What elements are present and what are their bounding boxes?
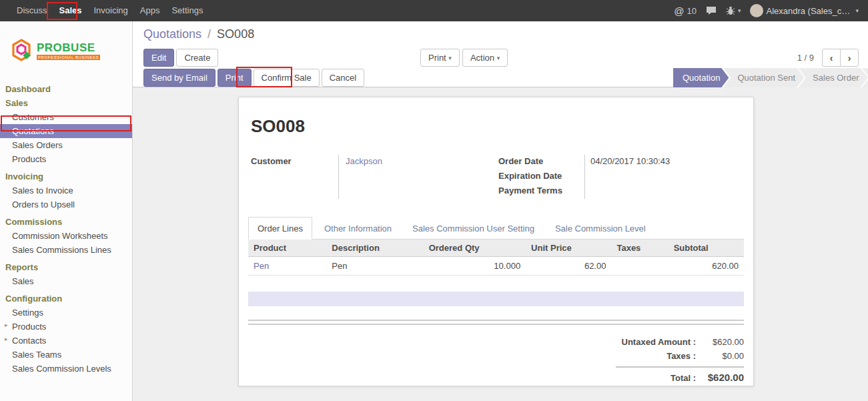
create-button[interactable]: Create <box>176 49 218 67</box>
taxes-value: $0.00 <box>696 351 744 361</box>
tab-sales-commission-user-setting[interactable]: Sales Commission User Setting <box>404 218 543 239</box>
tab-sale-commission-level[interactable]: Sale Commission Level <box>546 218 655 239</box>
debug-menu-button[interactable]: ▾ <box>726 6 741 15</box>
customer-label: Customer <box>248 155 338 169</box>
section-separator <box>248 320 744 325</box>
sidebar-item-customers[interactable]: Customers <box>0 110 132 124</box>
total-value: $620.00 <box>696 372 744 383</box>
sidebar-item-contacts[interactable]: ▸ Contacts <box>0 334 132 348</box>
caret-down-icon: ▾ <box>448 55 452 61</box>
sidebar-item-sales-teams[interactable]: Sales Teams <box>0 348 132 362</box>
sidebar-item-products[interactable]: Products <box>0 152 132 166</box>
sidebar-item-sales-commission-levels[interactable]: Sales Commission Levels <box>0 362 132 376</box>
sidebar-item-quotations[interactable]: Quotations <box>0 124 132 138</box>
sidebar-item-products-config[interactable]: ▸ Products <box>0 320 132 334</box>
untaxed-amount-value: $620.00 <box>696 337 744 347</box>
total-separator <box>616 366 744 368</box>
payment-terms-label: Payment Terms <box>496 184 584 199</box>
order-line-unit-price: 62.00 <box>526 257 611 276</box>
sidebar-heading-commissions[interactable]: Commissions <box>0 215 132 229</box>
logo-title: PROBUSE <box>37 42 100 53</box>
payment-terms-value <box>590 184 670 199</box>
action-menu-button[interactable]: Action ▾ <box>462 49 508 67</box>
column-header-product: Product <box>248 240 326 257</box>
sidebar-item-sales-orders[interactable]: Sales Orders <box>0 138 132 152</box>
tab-other-information[interactable]: Other Information <box>316 218 400 239</box>
breadcrumb-current: SO008 <box>217 27 254 41</box>
print-button[interactable]: Print <box>218 69 252 87</box>
document-sheet: SO008 Customer Jackpson Order Date E <box>238 97 754 386</box>
sidebar-item-settings[interactable]: Settings <box>0 306 132 320</box>
action-menu-label: Action <box>470 53 494 63</box>
topbar-menu-settings[interactable]: Settings <box>165 0 209 21</box>
app-window: Discuss Sales Invoicing Apps Settings @ … <box>0 0 868 401</box>
notebook-tabs: Order Lines Other Information Sales Comm… <box>248 217 744 240</box>
sidebar-heading-reports[interactable]: Reports <box>0 260 132 274</box>
sidebar-heading-dashboard[interactable]: Dashboard <box>0 82 132 96</box>
sidebar: PROBUSE PROFESSIONAL BUSINESS Dashboard … <box>0 21 133 401</box>
order-line-row[interactable]: Pen Pen 10.000 62.00 620.00 <box>248 257 744 276</box>
pager-previous-button[interactable]: ‹ <box>822 49 841 67</box>
chevron-right-icon: ▸ <box>5 322 8 328</box>
column-header-unit-price: Unit Price <box>526 240 611 257</box>
statusbar-stage-quotation-sent[interactable]: Quotation Sent <box>723 68 804 87</box>
breadcrumb-parent-link[interactable]: Quotations <box>143 27 201 41</box>
pager-counter: 1 / 9 <box>797 53 814 63</box>
caret-down-icon: ▾ <box>497 55 500 61</box>
column-header-description: Description <box>326 240 423 257</box>
order-lines-note-row <box>248 292 744 306</box>
top-navbar: Discuss Sales Invoicing Apps Settings @ … <box>0 0 868 21</box>
column-header-taxes: Taxes <box>611 240 668 257</box>
expiration-date-label: Expiration Date <box>496 169 584 184</box>
topbar-menu-apps[interactable]: Apps <box>134 0 166 21</box>
order-line-taxes <box>611 257 668 276</box>
sidebar-heading-sales[interactable]: Sales <box>0 96 132 110</box>
print-menu-button[interactable]: Print ▾ <box>420 49 460 67</box>
order-line-subtotal: 620.00 <box>669 257 744 276</box>
user-menu[interactable]: Alexandra (Sales_comm.. ▾ <box>750 4 859 17</box>
sidebar-item-label: Contacts <box>12 336 46 346</box>
customer-value-link[interactable]: Jackpson <box>346 155 382 169</box>
order-line-product: Pen <box>248 257 326 276</box>
total-label: Total : <box>671 373 696 383</box>
confirm-sale-button[interactable]: Confirm Sale <box>254 69 320 87</box>
chevron-right-icon: › <box>848 53 851 63</box>
sidebar-item-label: Products <box>12 322 46 332</box>
chevron-left-icon: ‹ <box>830 53 833 63</box>
topbar-menu-discuss[interactable]: Discuss <box>11 0 53 21</box>
statusbar-stage-quotation[interactable]: Quotation <box>673 68 729 87</box>
breadcrumb: Quotations / SO008 <box>133 21 868 43</box>
sidebar-heading-configuration[interactable]: Configuration <box>0 292 132 306</box>
form-view-background: SO008 Customer Jackpson Order Date E <box>133 87 868 401</box>
field-group: Customer Jackpson Order Date Expiration … <box>248 155 744 199</box>
document-title: SO008 <box>251 116 744 137</box>
send-by-email-button[interactable]: Send by Email <box>143 69 215 87</box>
untaxed-amount-label: Untaxed Amount : <box>622 337 696 347</box>
tab-order-lines[interactable]: Order Lines <box>248 217 312 240</box>
chevron-right-icon: ▸ <box>5 336 8 342</box>
sidebar-item-sales-commissions-lines[interactable]: Sales Commissions Lines <box>0 243 132 257</box>
pager-next-button[interactable]: › <box>840 49 859 67</box>
topbar-menu-invoicing[interactable]: Invoicing <box>88 0 134 21</box>
column-header-subtotal: Subtotal <box>669 240 744 257</box>
sidebar-item-commission-worksheets[interactable]: Commission Worksheets <box>0 229 132 243</box>
activities-button[interactable]: @ 10 <box>674 5 697 17</box>
statusbar: Quotation Quotation Sent Sales Order <box>673 68 868 87</box>
sidebar-item-orders-to-upsell[interactable]: Orders to Upsell <box>0 197 132 212</box>
control-panel: Quotations / SO008 Edit Create Print ▾ A… <box>133 21 868 87</box>
sidebar-item-sales-report[interactable]: Sales <box>0 274 132 288</box>
sidebar-heading-invoicing[interactable]: Invoicing <box>0 169 132 183</box>
main-area: Quotations / SO008 Edit Create Print ▾ A… <box>133 21 868 401</box>
messages-button[interactable] <box>706 6 717 15</box>
topbar-menu-sales[interactable]: Sales <box>53 0 88 21</box>
cancel-button[interactable]: Cancel <box>322 69 364 87</box>
caret-down-icon: ▾ <box>855 7 859 14</box>
edit-button[interactable]: Edit <box>143 49 174 67</box>
expiration-date-value <box>590 169 670 184</box>
sidebar-item-sales-to-invoice[interactable]: Sales to Invoice <box>0 183 132 197</box>
probuse-logo-icon <box>11 38 32 63</box>
activity-count-badge: 10 <box>687 6 696 16</box>
statusbar-stage-sales-order[interactable]: Sales Order <box>799 68 867 87</box>
table-header-row: Product Description Ordered Qty Unit Pri… <box>248 240 744 257</box>
app-logo[interactable]: PROBUSE PROFESSIONAL BUSINESS <box>0 21 132 79</box>
